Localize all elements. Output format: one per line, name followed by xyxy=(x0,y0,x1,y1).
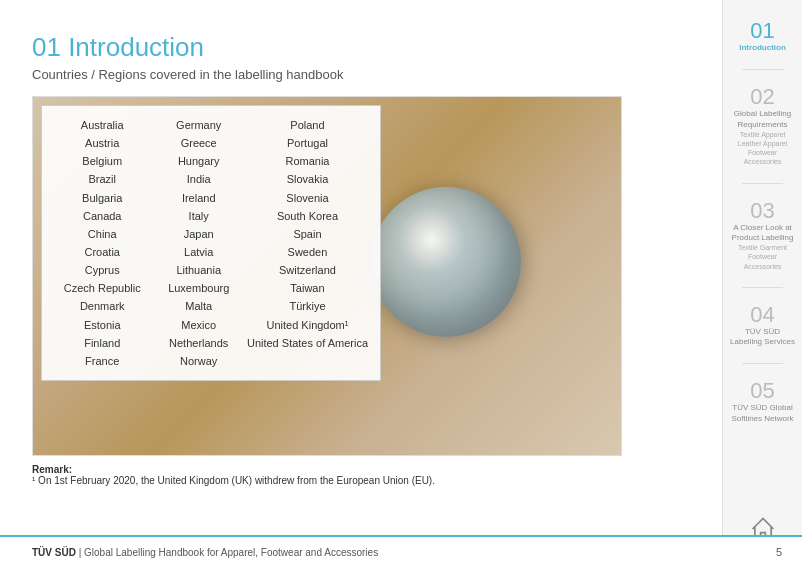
sidebar-sublabel: Textile Garment Footwear Accessories xyxy=(729,243,796,270)
country-item: Denmark xyxy=(80,297,125,315)
remark-section: Remark: ¹ On 1st February 2020, the Unit… xyxy=(32,464,702,486)
sidebar-label: A Closer Look at Product Labelling xyxy=(729,223,796,244)
sidebar-number: 01 xyxy=(750,20,774,42)
country-item: Türkiye xyxy=(289,297,325,315)
sidebar-number: 03 xyxy=(750,200,774,222)
country-item: Italy xyxy=(189,207,209,225)
footer-text: TÜV SÜD | Global Labelling Handbook for … xyxy=(32,547,378,558)
country-item: India xyxy=(187,170,211,188)
sidebar-label: TÜV SÜD Labelling Services xyxy=(729,327,796,348)
page-title: 01 Introduction xyxy=(32,32,702,63)
country-item: Canada xyxy=(83,207,122,225)
country-item: Netherlands xyxy=(169,334,228,352)
sidebar-divider xyxy=(742,287,782,288)
country-item: United Kingdom¹ xyxy=(267,316,349,334)
sidebar-number: 05 xyxy=(750,380,774,402)
country-item: Taiwan xyxy=(290,279,324,297)
footer-page-number: 5 xyxy=(776,546,782,558)
country-item: South Korea xyxy=(277,207,338,225)
country-item: Brazil xyxy=(88,170,116,188)
country-item: Czech Republic xyxy=(64,279,141,297)
country-item: Sweden xyxy=(288,243,328,261)
country-item: Greece xyxy=(181,134,217,152)
country-item: Malta xyxy=(185,297,212,315)
remark-text: ¹ On 1st February 2020, the United Kingd… xyxy=(32,475,435,486)
country-item: Austria xyxy=(85,134,119,152)
country-list-box: AustraliaAustriaBelgiumBrazilBulgariaCan… xyxy=(41,105,381,381)
country-item: Croatia xyxy=(85,243,120,261)
right-sidebar: 01Introduction02Global Labelling Require… xyxy=(722,0,802,567)
country-item: Switzerland xyxy=(279,261,336,279)
country-item: Finland xyxy=(84,334,120,352)
footer: TÜV SÜD | Global Labelling Handbook for … xyxy=(0,535,802,567)
image-section: AustraliaAustriaBelgiumBrazilBulgariaCan… xyxy=(32,96,622,456)
sidebar-sublabel: Textile Apparel Leather Apparel Footwear… xyxy=(729,130,796,166)
country-col-1: AustraliaAustriaBelgiumBrazilBulgariaCan… xyxy=(54,116,150,370)
sidebar-number: 04 xyxy=(750,304,774,326)
country-col-3: PolandPortugalRomaniaSlovakiaSloveniaSou… xyxy=(247,116,368,370)
country-item: Spain xyxy=(293,225,321,243)
footer-brand: TÜV SÜD xyxy=(32,547,76,558)
country-item: Mexico xyxy=(181,316,216,334)
sidebar-divider xyxy=(742,183,782,184)
country-item: Japan xyxy=(184,225,214,243)
country-item: Latvia xyxy=(184,243,213,261)
country-item: Belgium xyxy=(82,152,122,170)
sidebar-label: TÜV SÜD Global Softlines Network xyxy=(729,403,796,424)
globe-sphere xyxy=(371,187,521,337)
country-item: Norway xyxy=(180,352,217,370)
country-item: Romania xyxy=(285,152,329,170)
country-col-2: GermanyGreeceHungaryIndiaIrelandItalyJap… xyxy=(150,116,246,370)
country-item: Portugal xyxy=(287,134,328,152)
sidebar-item-03[interactable]: 03A Closer Look at Product LabellingText… xyxy=(729,200,796,271)
country-item: China xyxy=(88,225,117,243)
sidebar-divider xyxy=(742,363,782,364)
sidebar-number: 02 xyxy=(750,86,774,108)
sidebar-item-04[interactable]: 04TÜV SÜD Labelling Services xyxy=(729,304,796,348)
main-content: 01 Introduction Countries / Regions cove… xyxy=(0,0,722,567)
country-item: Bulgaria xyxy=(82,189,122,207)
country-item: Lithuania xyxy=(176,261,221,279)
country-item: United States of America xyxy=(247,334,368,352)
country-item: Luxembourg xyxy=(168,279,229,297)
sidebar-item-02[interactable]: 02Global Labelling RequirementsTextile A… xyxy=(729,86,796,166)
country-item: Hungary xyxy=(178,152,220,170)
footer-separator: | xyxy=(76,547,84,558)
country-item: France xyxy=(85,352,119,370)
country-item: Cyprus xyxy=(85,261,120,279)
sidebar-item-01[interactable]: 01Introduction xyxy=(729,20,796,53)
country-item: Slovenia xyxy=(286,189,328,207)
country-item: Australia xyxy=(81,116,124,134)
sidebar-label: Introduction xyxy=(739,43,786,53)
country-item: Germany xyxy=(176,116,221,134)
remark-label: Remark: xyxy=(32,464,72,475)
country-item: Slovakia xyxy=(287,170,329,188)
footer-description: Global Labelling Handbook for Apparel, F… xyxy=(84,547,378,558)
country-item: Poland xyxy=(290,116,324,134)
country-item: Ireland xyxy=(182,189,216,207)
sidebar-label: Global Labelling Requirements xyxy=(729,109,796,130)
page-subtitle: Countries / Regions covered in the label… xyxy=(32,67,702,82)
country-columns: AustraliaAustriaBelgiumBrazilBulgariaCan… xyxy=(54,116,368,370)
country-item: Estonia xyxy=(84,316,121,334)
sidebar-item-05[interactable]: 05TÜV SÜD Global Softlines Network xyxy=(729,380,796,424)
sidebar-divider xyxy=(742,69,782,70)
